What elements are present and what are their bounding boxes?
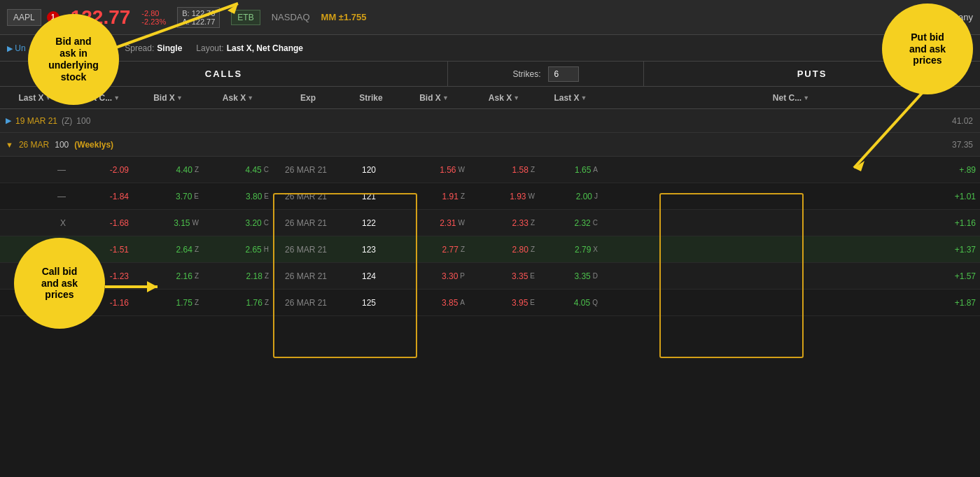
put-net-change-cell: +1.16: [602, 218, 980, 228]
call-bid-x-cell[interactable]: 3.15 W: [133, 218, 203, 228]
prev-group-num: 100: [76, 116, 90, 126]
put-last-x-cell: 2.32 C: [539, 218, 602, 228]
call-last-x-cell: X: [0, 218, 70, 228]
exp-cell: 26 MAR 21: [273, 192, 343, 201]
prev-group-row[interactable]: ▶ 19 MAR 21 (Z) 100 41.02: [0, 109, 980, 133]
mm-indicator: MM ±1.755: [321, 12, 367, 22]
put-bid-x-cell[interactable]: 1.56 W: [399, 165, 469, 175]
prev-group-right: 41.02: [952, 116, 980, 126]
svg-line-4: [854, 91, 924, 168]
callout-bubble-call: Call bid and ask prices: [14, 238, 105, 329]
put-ask-x-cell[interactable]: 1.58 Z: [469, 165, 539, 175]
svg-marker-3: [147, 281, 158, 292]
strikes-section: Strikes: 6 8 10: [448, 62, 644, 86]
col-ask-x-put[interactable]: Ask X▼: [469, 93, 539, 103]
stock-input[interactable]: AAPL: [7, 9, 41, 26]
prev-group-date: 19 MAR 21: [15, 116, 57, 126]
exp-cell: 26 MAR 21: [273, 271, 343, 281]
strike-cell: 124: [343, 271, 399, 281]
group-extra: 100: [55, 140, 69, 150]
prev-group-extra: (Z): [62, 116, 72, 126]
strikes-select[interactable]: 6 8 10: [548, 66, 579, 82]
call-ask-x-cell[interactable]: 4.45 C: [203, 165, 273, 175]
group-date: 26 MAR: [19, 140, 49, 150]
strikes-label: Strikes:: [512, 69, 540, 79]
col-strike: Strike: [343, 93, 399, 103]
call-bid-x-cell[interactable]: 2.64 Z: [133, 245, 203, 255]
put-net-change-cell: +1.37: [602, 245, 980, 255]
callout-bubble-put: Put bid and ask prices: [882, 3, 973, 94]
column-headers: Last X▼ Net C...▼ Bid X▼ Ask X▼ Exp Stri…: [0, 87, 980, 109]
put-ask-x-cell[interactable]: 3.35 E: [469, 271, 539, 281]
put-ask-x-cell[interactable]: 1.93 W: [469, 192, 539, 201]
put-bid-x-cell[interactable]: 1.91 Z: [399, 192, 469, 201]
put-bid-x-cell[interactable]: 2.77 Z: [399, 245, 469, 255]
group-arrow: ▼: [6, 141, 13, 149]
put-last-x-cell: 1.65 A: [539, 165, 602, 175]
col-ask-x-call[interactable]: Ask X▼: [203, 93, 273, 103]
call-ask-x-cell[interactable]: 2.65 H: [203, 245, 273, 255]
col-bid-x-call[interactable]: Bid X▼: [133, 93, 203, 103]
strike-cell: 120: [343, 165, 399, 175]
call-ask-x-cell[interactable]: 2.18 Z: [203, 271, 273, 281]
put-last-x-cell: 3.35 D: [539, 271, 602, 281]
put-ask-x-cell[interactable]: 3.95 E: [469, 298, 539, 308]
put-bid-x-cell[interactable]: 3.85 A: [399, 298, 469, 308]
put-last-x-cell: 2.00 J: [539, 192, 602, 201]
call-bid-x-cell[interactable]: 3.70 E: [133, 192, 203, 201]
table-row[interactable]: X -1.68 3.15 W 3.20 C 26 MAR 21 122 2.31: [0, 210, 980, 236]
strike-cell: 125: [343, 298, 399, 308]
call-net-change-cell: -1.84: [70, 192, 133, 201]
call-ask-x-cell[interactable]: 3.20 C: [203, 218, 273, 228]
exchange-label: NASDAQ: [272, 12, 310, 22]
strike-cell: 122: [343, 218, 399, 228]
put-bid-x-cell[interactable]: 3.30 P: [399, 271, 469, 281]
callout-bubble-underlying: Bid and ask in underlying stock: [28, 14, 119, 105]
call-ask-x-cell[interactable]: 3.80 E: [203, 192, 273, 201]
call-bid-x-cell[interactable]: 4.40 Z: [133, 165, 203, 175]
strike-cell: 121: [343, 192, 399, 201]
group-right: 37.35: [952, 140, 980, 150]
call-net-change-cell: -2.09: [70, 165, 133, 175]
exp-cell: 26 MAR 21: [273, 298, 343, 308]
put-ask-x-cell[interactable]: 2.80 Z: [469, 245, 539, 255]
put-net-change-cell: +1.01: [602, 192, 980, 201]
col-put-last[interactable]: Last X▼: [539, 93, 602, 103]
call-last-x-cell: —: [0, 165, 70, 175]
put-net-change-cell: +1.57: [602, 271, 980, 281]
table-row[interactable]: 2.64 Z -1.51 2.64 Z 2.65 H 26 MAR 21 123…: [0, 236, 980, 263]
call-net-change-cell: -1.68: [70, 218, 133, 228]
table-row[interactable]: — -1.84 3.70 E 3.80 E 26 MAR 21 121 1.91: [0, 183, 980, 210]
group-row[interactable]: ▼ 26 MAR 100 (Weeklys) 37.35: [0, 133, 980, 157]
call-last-x-cell: —: [0, 192, 70, 201]
group-weekly: (Weeklys): [74, 140, 113, 150]
un-expand[interactable]: ▶ Un: [7, 43, 26, 53]
strike-cell: 123: [343, 245, 399, 255]
call-ask-x-cell[interactable]: 1.76 Z: [203, 298, 273, 308]
calls-puts-header: CALLS Strikes: 6 8 10 PUTS: [0, 62, 980, 87]
col-bid-x-put[interactable]: Bid X▼: [399, 93, 469, 103]
put-last-x-cell: 4.05 Q: [539, 298, 602, 308]
exp-cell: 26 MAR 21: [273, 218, 343, 228]
col-exp: Exp: [273, 93, 343, 103]
table-row[interactable]: — -2.09 4.40 Z 4.45 C 26 MAR 21 120 1.56: [0, 157, 980, 183]
exp-cell: 26 MAR 21: [273, 245, 343, 255]
put-net-change-cell: +1.87: [602, 298, 980, 308]
put-bid-x-cell[interactable]: 2.31 W: [399, 218, 469, 228]
put-last-x-cell: 2.79 X: [539, 245, 602, 255]
svg-line-0: [112, 3, 238, 49]
exp-cell: 26 MAR 21: [273, 165, 343, 175]
put-ask-x-cell[interactable]: 2.33 Z: [469, 218, 539, 228]
